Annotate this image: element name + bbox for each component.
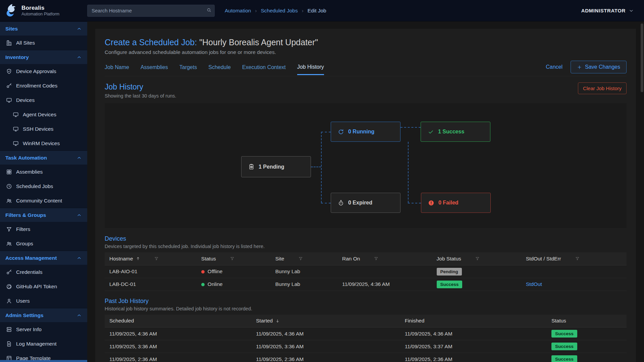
col-hostname[interactable]: Hostname	[105, 252, 197, 265]
stdout-link[interactable]: StdOut	[526, 281, 542, 287]
sidebar-section-sites[interactable]: Sites	[0, 21, 87, 36]
col-past-status[interactable]: Status	[547, 315, 627, 327]
sidebar-item-credentials[interactable]: Credentials	[0, 265, 87, 279]
filter-funnel-icon[interactable]	[154, 256, 159, 261]
chevron-up-icon	[76, 55, 82, 60]
save-label: Save Changes	[585, 64, 620, 70]
grid-icon	[6, 169, 12, 175]
chevron-up-icon	[76, 213, 82, 218]
cancel-button[interactable]: Cancel	[546, 64, 562, 70]
status-cell: Success	[547, 327, 627, 340]
tab-schedule[interactable]: Schedule	[208, 62, 231, 74]
sidebar-section-task-automation[interactable]: Task Automation	[0, 150, 87, 165]
sidebar-item-github-api-token[interactable]: GitHub API Token	[0, 279, 87, 294]
item-label: WinRM Devices	[23, 140, 60, 146]
item-label: Users	[16, 298, 30, 304]
filter-funnel-icon[interactable]	[230, 256, 234, 261]
user-menu[interactable]: ADMINISTRATOR	[581, 8, 634, 13]
brand: Borealis Automation Platform	[0, 4, 87, 18]
breadcrumb-automation[interactable]: Automation	[225, 8, 251, 14]
sidebar-item-groups[interactable]: Groups	[0, 236, 87, 251]
filter-funnel-icon[interactable]	[475, 256, 480, 261]
col-label: Status	[201, 256, 216, 262]
finished-cell: 11/09/2025, 4:36 AM	[400, 327, 547, 340]
tab-execution-context[interactable]: Execution Context	[242, 62, 286, 74]
col-status[interactable]: Status	[197, 252, 271, 265]
tab-job-name[interactable]: Job Name	[105, 62, 129, 74]
section-label: Admin Settings	[5, 312, 44, 318]
sidebar-section-inventory[interactable]: Inventory	[0, 50, 87, 64]
filter-funnel-icon[interactable]	[374, 256, 378, 261]
github-icon	[6, 284, 12, 290]
tab-assemblies[interactable]: Assemblies	[141, 62, 168, 74]
item-label: GitHub API Token	[16, 284, 57, 290]
devices-section: Devices Devices targeted by this schedul…	[105, 235, 627, 291]
sidebar-section-filters-groups[interactable]: Filters & Groups	[0, 208, 87, 222]
stdout-cell	[521, 265, 627, 278]
sidebar-item-devices[interactable]: Devices	[0, 93, 87, 107]
filter-funnel-icon[interactable]	[299, 256, 303, 261]
col-started[interactable]: Started	[251, 315, 400, 327]
sidebar-clipped-section	[0, 360, 87, 362]
pending-count: 1 Pending	[259, 164, 284, 170]
save-changes-button[interactable]: Save Changes	[571, 61, 627, 73]
past-job-history-note: Historical job history summaries. Detail…	[105, 306, 627, 311]
sidebar-item-community-content[interactable]: Community Content	[0, 193, 87, 208]
sort-asc-icon[interactable]	[136, 256, 140, 261]
device-row: LAB-DC-01 Online Bunny Lab 11/09/2025, 4…	[105, 278, 627, 291]
building-icon	[6, 40, 12, 46]
scrollbar-thumb[interactable]	[641, 23, 643, 92]
sidebar-item-filters[interactable]: Filters	[0, 222, 87, 236]
sidebar-item-enrollment-codes[interactable]: Enrollment Codes	[0, 78, 87, 93]
tab-job-history[interactable]: Job History	[297, 62, 324, 75]
chevron-up-icon	[76, 26, 82, 32]
col-finished[interactable]: Finished	[400, 315, 547, 327]
finished-cell: 11/09/2025, 2:36 AM	[400, 353, 547, 362]
sidebar-section-access-management[interactable]: Access Management	[0, 251, 87, 265]
stopwatch-icon	[338, 200, 344, 206]
tab-targets[interactable]: Targets	[179, 62, 197, 74]
monitor-icon	[13, 112, 19, 118]
sidebar-section-admin-settings[interactable]: Admin Settings	[0, 308, 87, 322]
sidebar-item-agent-devices[interactable]: Agent Devices	[0, 107, 87, 122]
search-input[interactable]	[87, 5, 215, 17]
chevron-up-icon	[76, 313, 82, 318]
item-label: Enrollment Codes	[16, 83, 57, 89]
sidebar-item-server-info[interactable]: Server Info	[0, 322, 87, 337]
page-title-prefix: Create a Scheduled Job:	[105, 38, 197, 47]
col-stdout[interactable]: StdOut / StdErr	[521, 252, 627, 265]
sidebar-item-winrm-devices[interactable]: WinRM Devices	[0, 136, 87, 150]
key-icon	[6, 269, 12, 275]
finished-cell: 11/09/2025, 3:37 AM	[400, 340, 547, 353]
col-label: Ran On	[342, 256, 360, 262]
brand-title: Borealis	[21, 5, 59, 11]
sidebar-item-assemblies[interactable]: Assemblies	[0, 165, 87, 179]
flow-box-running: 0 Running	[331, 122, 400, 142]
filter-funnel-icon[interactable]	[575, 256, 580, 261]
sidebar-item-scheduled-jobs[interactable]: Scheduled Jobs	[0, 179, 87, 193]
scrollbar[interactable]	[641, 22, 643, 361]
status-text: Online	[208, 281, 223, 287]
breadcrumb-scheduled-jobs[interactable]: Scheduled Jobs	[261, 8, 298, 14]
sidebar-item-users[interactable]: Users	[0, 294, 87, 308]
sidebar-item-log-management[interactable]: Log Management	[0, 337, 87, 351]
past-job-history-heading: Past Job History	[105, 298, 627, 305]
clear-job-history-button[interactable]: Clear Job History	[578, 82, 627, 94]
col-ran-on[interactable]: Ran On	[337, 252, 432, 265]
status-badge: Success	[551, 355, 577, 362]
col-scheduled[interactable]: Scheduled	[105, 315, 251, 327]
sidebar-item-device-approvals[interactable]: Device Approvals	[0, 64, 87, 78]
col-label: Site	[275, 256, 284, 262]
sort-desc-icon[interactable]	[275, 319, 280, 323]
hostname-search	[87, 5, 215, 17]
sidebar-item-ssh-devices[interactable]: SSH Devices	[0, 122, 87, 136]
search-icon[interactable]	[207, 8, 211, 12]
col-label: Started	[256, 318, 273, 324]
item-label: All Sites	[16, 40, 35, 46]
section-label: Task Automation	[5, 155, 47, 161]
sidebar-item-all-sites[interactable]: All Sites	[0, 36, 87, 50]
borealis-logo	[4, 4, 18, 18]
item-label: Groups	[16, 241, 33, 247]
col-site[interactable]: Site	[271, 252, 337, 265]
col-job-status[interactable]: Job Status	[432, 252, 521, 265]
